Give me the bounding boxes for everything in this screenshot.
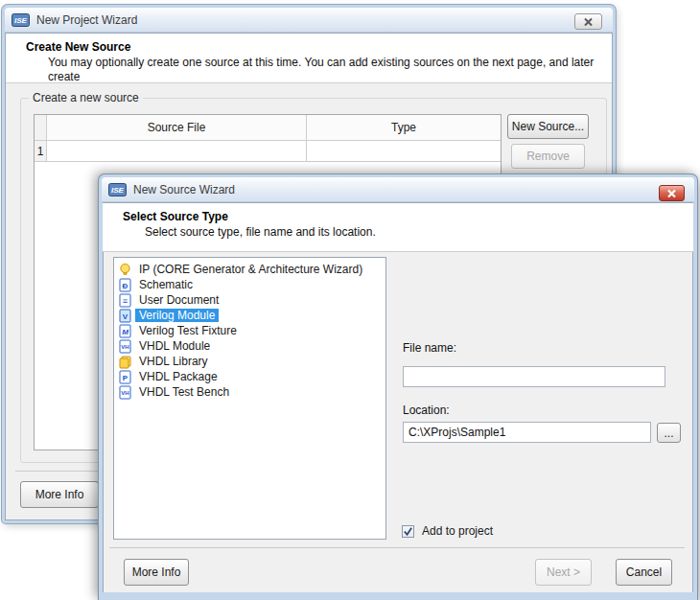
more-info-button[interactable]: More Info [20,481,99,508]
ise-logo-icon: ISE [12,13,30,27]
source-type-item-vhdl-test-bench[interactable]: VH VHDL Test Bench [114,384,385,400]
lightbulb-icon [118,263,132,277]
description-line-1: You may optionally create one source at … [48,56,612,84]
window-title: New Project Wizard [36,13,137,27]
close-icon[interactable] [574,13,602,30]
table-header-row: Source File Type [35,115,501,141]
description-line: Select source type, file name and its lo… [145,225,693,240]
add-to-project-label: Add to project [422,524,493,538]
close-icon[interactable] [659,185,685,201]
svg-text:Đ: Đ [123,281,128,289]
checkmark-icon [403,526,413,537]
new-project-wizard-titlebar[interactable]: ISE New Project Wizard [5,8,613,33]
svg-text:VH: VH [121,390,128,396]
footer-separator [109,547,685,548]
verilog-doc-icon: V [118,309,132,323]
cancel-button[interactable]: Cancel [616,559,672,586]
source-type-item-vhdl-package[interactable]: P VHDL Package [114,369,385,384]
remove-button[interactable]: Remove [511,144,585,169]
page-title: Create New Source [6,34,612,56]
package-doc-icon: P [118,370,132,384]
source-type-item-ip-core[interactable]: IP (CORE Generator & Architecture Wizard… [114,262,385,277]
source-type-item-verilog-module[interactable]: V Verilog Module [114,308,385,323]
browse-button[interactable]: ... [657,423,681,443]
text-doc-icon: ≡ [118,293,132,308]
source-type-item-schematic[interactable]: Đ Schematic [114,277,385,292]
source-file-cell[interactable] [47,141,307,162]
new-source-button[interactable]: New Source... [507,114,589,139]
source-type-item-vhdl-module[interactable]: VH VHDL Module [114,338,385,354]
add-to-project-checkbox[interactable] [402,525,414,538]
new-source-wizard-titlebar[interactable]: ISE New Source Wizard [102,177,694,202]
svg-text:ISE: ISE [111,186,125,195]
window-title: New Source Wizard [133,183,235,196]
row-number-cell: 1 [35,141,47,162]
schematic-doc-icon: Đ [118,278,132,292]
source-wizard-body: IP (CORE Generator & Architecture Wizard… [104,252,692,592]
source-type-item-verilog-test-fixture[interactable]: M Verilog Test Fixture [114,323,385,338]
waveform-doc-icon: M [118,324,132,338]
location-label: Location: [403,404,450,417]
svg-text:P: P [123,373,128,381]
library-folder-icon [118,355,132,369]
column-header-type: Type [307,115,501,141]
project-wizard-header: Create New Source You may optionally cre… [6,34,612,83]
vhdl-doc-icon: VH [118,339,132,354]
svg-text:VH: VH [121,344,128,350]
table-corner-cell [35,115,47,141]
groupbox-label: Create a new source [29,91,143,104]
svg-text:M: M [122,327,128,335]
column-header-source-file: Source File [47,115,307,141]
table-row: 1 [35,141,501,162]
next-button[interactable]: Next > [535,559,592,586]
svg-text:≡: ≡ [123,295,128,305]
file-name-input[interactable] [403,366,665,387]
page-title: Select Source Type [103,203,693,225]
page-description: Select source type, file name and its lo… [103,225,693,240]
add-to-project-row: Add to project [402,524,493,538]
location-input[interactable] [403,422,651,443]
more-info-button[interactable]: More Info [124,559,189,586]
vhdl-doc-icon: VH [118,385,132,400]
ise-logo-icon: ISE [108,183,127,196]
svg-text:V: V [123,312,128,320]
source-type-item-vhdl-library[interactable]: VHDL Library [114,354,385,369]
new-source-wizard-window: ISE New Source Wizard Select Source Type… [99,174,697,600]
svg-text:ISE: ISE [14,16,28,25]
type-cell[interactable] [307,141,501,162]
source-wizard-header: Select Source Type Select source type, f… [103,203,693,252]
file-name-label: File name: [403,341,456,355]
source-type-item-user-document[interactable]: ≡ User Document [114,292,385,308]
source-type-list: IP (CORE Generator & Architecture Wizard… [113,257,386,540]
